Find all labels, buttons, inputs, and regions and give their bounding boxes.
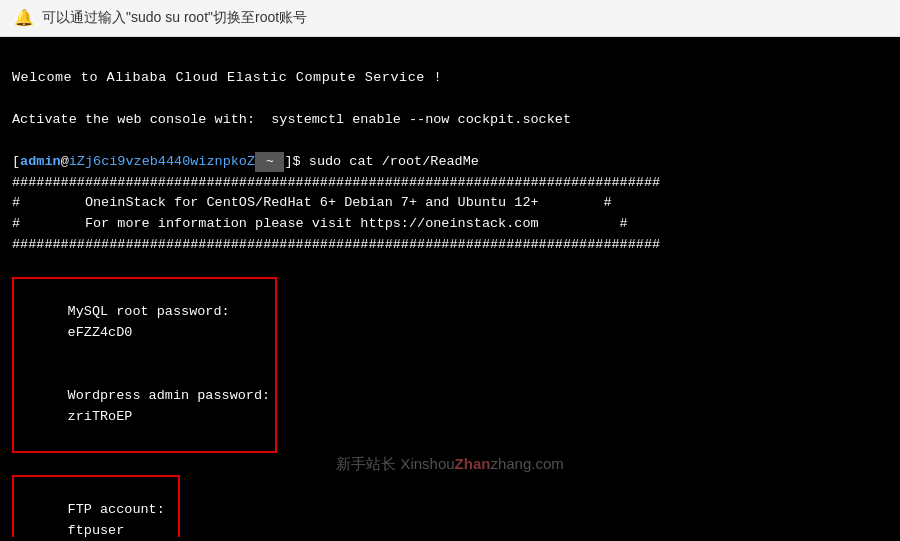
prompt-command: $ sudo cat /root/ReadMe xyxy=(293,152,479,173)
top-bar: 🔔 可以通过输入"sudo su root"切换至root账号 xyxy=(0,0,900,37)
prompt-at: @ xyxy=(61,152,69,173)
activate-line: Activate the web console with: systemctl… xyxy=(12,110,888,131)
mysql-pass-line: MySQL root password: eFZZ4cD0 xyxy=(19,281,270,365)
mysql-pass: eFZZ4cD0 xyxy=(68,325,133,340)
blank-line-1 xyxy=(12,47,888,68)
prompt-bracket-open: [ xyxy=(12,152,20,173)
bell-icon: 🔔 xyxy=(14,8,34,28)
prompt-user: admin xyxy=(20,152,61,173)
hash-line-2: ########################################… xyxy=(12,235,888,256)
wp-pass-line: Wordpress admin password: zriTRoEP xyxy=(19,365,270,449)
blank-line-5 xyxy=(12,455,888,476)
prompt-host: iZj6ci9vzeb4440wiznpkoZ xyxy=(69,152,255,173)
prompt-bracket-close: ] xyxy=(284,152,292,173)
comment-line-2: # For more information please visit http… xyxy=(12,214,888,235)
blank-line-2 xyxy=(12,89,888,110)
terminal: Welcome to Alibaba Cloud Elastic Compute… xyxy=(0,37,900,537)
wp-label: Wordpress admin password: xyxy=(68,388,271,403)
prompt-tilde: ~ xyxy=(255,152,284,172)
password-block-wrapper: MySQL root password: eFZZ4cD0 Wordpress … xyxy=(12,277,277,452)
welcome-line: Welcome to Alibaba Cloud Elastic Compute… xyxy=(12,68,888,89)
comment-line-1: # OneinStack for CentOS/RedHat 6+ Debian… xyxy=(12,193,888,214)
hash-line-1: ########################################… xyxy=(12,173,888,194)
blank-line-3 xyxy=(12,131,888,152)
ftp-account-label: FTP account: xyxy=(68,502,165,517)
ftp-block-wrapper: FTP account: ftpuser FTP password: Ewjen… xyxy=(12,475,180,537)
mysql-label: MySQL root password: xyxy=(68,304,230,319)
prompt-line-1: [admin@iZj6ci9vzeb4440wiznpkoZ ~ ]$ sudo… xyxy=(12,152,888,173)
ftp-account: ftpuser xyxy=(68,523,125,537)
blank-line-4 xyxy=(12,256,888,277)
ftp-account-line: FTP account: ftpuser xyxy=(19,479,173,537)
wp-pass: zriTRoEP xyxy=(68,409,133,424)
top-bar-notice: 可以通过输入"sudo su root"切换至root账号 xyxy=(42,9,307,27)
